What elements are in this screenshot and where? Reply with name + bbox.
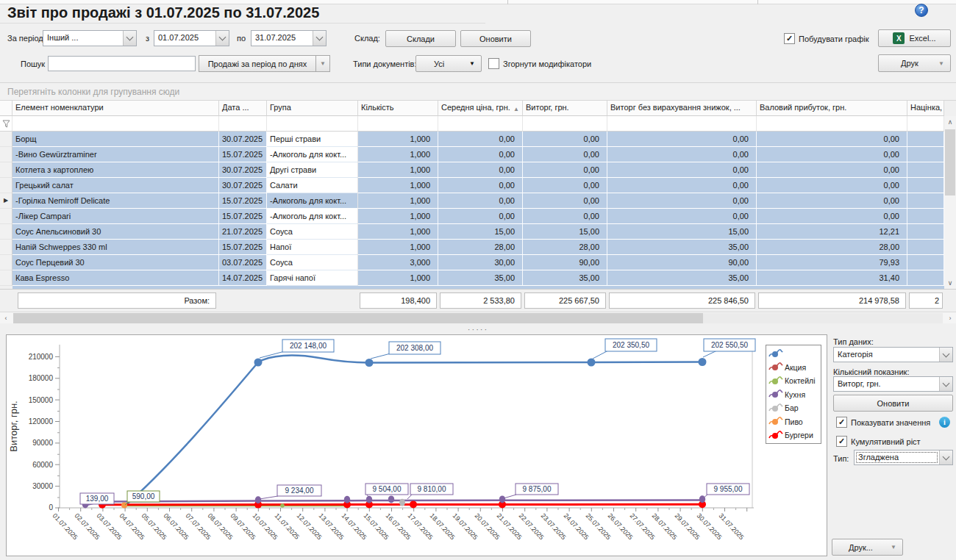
collapse-modifiers-checkbox[interactable]: Згорнути модифікатори — [488, 58, 591, 69]
header-date[interactable]: Дата ... — [219, 101, 267, 116]
table-row[interactable]: Грецький салат 30.07.2025 Салати 1,000 0… — [0, 178, 944, 193]
header-revenue[interactable]: Виторг, грн. — [523, 101, 607, 116]
header-qty[interactable]: Кількість — [358, 101, 438, 116]
filter-cell[interactable] — [358, 116, 438, 132]
scroll-down-icon[interactable]: ∨ — [944, 277, 956, 289]
header-gross-profit[interactable]: Валовий прибуток, грн. — [757, 101, 907, 116]
table-row[interactable]: Кава Espresso 14.07.2025 Гарячі напої 1,… — [0, 270, 944, 286]
table-horizontal-scrollbar[interactable]: ‹ › — [0, 312, 956, 323]
cell-rev-nodisc: 0,00 — [607, 178, 757, 193]
help-icon[interactable]: ? — [915, 4, 928, 17]
line-type-select[interactable]: Згладжена — [854, 450, 953, 465]
chevron-down-icon[interactable] — [313, 31, 326, 46]
data-type-label: Тип даних: — [833, 337, 874, 346]
line-type-label: Тип: — [833, 454, 849, 463]
header-group[interactable]: Група — [267, 101, 358, 116]
cumulative-checkbox[interactable]: ✓ Кумулятивний ріст — [836, 436, 921, 447]
table-header-row: Елемент номенклатури Дата ... Група Кіль… — [0, 101, 944, 116]
y-tick-label: 30000 — [32, 482, 53, 490]
header-label: Виторг без вирахування знижок, ... — [610, 103, 741, 115]
doc-types-label: Типи документів: — [353, 60, 417, 68]
horizontal-scroll-track[interactable] — [703, 313, 943, 323]
cell-rev: 15,00 — [523, 224, 607, 240]
excel-export-button[interactable]: X Excel... — [878, 29, 951, 47]
cell-qty: 3,000 — [358, 255, 438, 270]
checkbox-checked-icon[interactable]: ✓ — [836, 436, 847, 447]
warehouses-button[interactable]: Склади — [385, 30, 456, 47]
info-icon[interactable]: i — [939, 417, 950, 428]
filter-cell[interactable] — [523, 116, 607, 132]
view-mode-button[interactable]: Продажі за період по днях — [199, 55, 316, 72]
cell-avg: 0,00 — [438, 132, 523, 147]
view-mode-dropdown-arrow[interactable]: ▼ — [315, 55, 330, 72]
row-indicator-cell — [0, 209, 13, 224]
scroll-right-icon[interactable]: › — [944, 312, 956, 324]
scroll-up-icon[interactable]: ∧ — [944, 116, 956, 128]
chevron-down-icon[interactable] — [123, 31, 136, 46]
build-chart-checkbox[interactable]: ✓ Побудувати графік — [784, 33, 869, 44]
table-row[interactable]: Соус Перцевий 30 03.07.2025 Соуса 3,000 … — [0, 255, 944, 270]
metric-select[interactable]: Виторг, грн. — [833, 376, 953, 392]
table-row[interactable]: Котлета з картоплею 30.07.2025 Другі стр… — [0, 162, 944, 178]
period-select[interactable]: Інший ... — [43, 30, 137, 46]
data-type-select[interactable]: Категорія — [833, 347, 953, 362]
header-avg-price[interactable]: Середня ціна, грн.▲ — [438, 101, 523, 116]
vertical-scroll-thumb[interactable] — [945, 129, 955, 195]
cell-group: Салати — [267, 178, 358, 193]
table-vertical-scrollbar[interactable]: ∧ ∨ — [944, 116, 956, 289]
chart-refresh-button[interactable]: Оновити — [833, 395, 953, 412]
filter-cell[interactable] — [757, 116, 907, 132]
search-input[interactable] — [48, 56, 196, 71]
legend-item[interactable]: Кухня — [766, 388, 821, 402]
filter-cell[interactable] — [267, 116, 358, 132]
header-revenue-nodiscount[interactable]: Виторг без вирахування знижок, ... — [607, 101, 757, 116]
filter-cell[interactable] — [13, 116, 219, 132]
checkbox-checked-icon[interactable]: ✓ — [836, 417, 847, 428]
cell-profit: 12,21 — [757, 224, 907, 240]
table-row[interactable]: Соус Апельсиновий 30 21.07.2025 Соуса 1,… — [0, 224, 944, 240]
cell-markup — [907, 147, 944, 162]
chevron-down-icon[interactable] — [939, 450, 952, 464]
date-from-select[interactable]: 01.07.2025 — [154, 30, 229, 46]
filter-cell[interactable] — [438, 116, 523, 132]
table-row[interactable]: Борщ 30.07.2025 Перші страви 1,000 0,00 … — [0, 132, 944, 147]
cell-avg: 0,00 — [438, 209, 523, 224]
cell-date: 15.07.2025 — [219, 209, 267, 224]
legend-item[interactable]: Бургери — [766, 428, 821, 442]
legend-item[interactable]: Коктейлі — [766, 374, 821, 388]
doc-types-select[interactable]: Усі ▼ — [415, 55, 482, 72]
filter-cell[interactable] — [219, 116, 267, 132]
checkbox-unchecked-icon[interactable] — [488, 58, 499, 69]
horizontal-scroll-thumb[interactable] — [13, 313, 703, 323]
header-markup[interactable]: Націнка, % — [907, 101, 944, 116]
cell-rev-nodisc: 35,00 — [607, 270, 757, 286]
scroll-left-icon[interactable]: ‹ — [0, 312, 12, 324]
print-button[interactable]: Друк ▼ — [878, 54, 951, 72]
chevron-down-icon[interactable] — [939, 377, 952, 391]
refresh-button[interactable]: Оновити — [460, 30, 531, 47]
cell-group: Напої — [267, 240, 358, 255]
legend-item[interactable]: Бар — [766, 401, 821, 415]
filter-cell[interactable] — [607, 116, 757, 132]
table-row[interactable]: Напій Schweppes 330 ml 15.07.2025 Напої … — [0, 240, 944, 255]
chevron-down-icon[interactable] — [215, 31, 229, 46]
cell-qty: 1,000 — [358, 162, 438, 178]
header-name[interactable]: Елемент номенклатури — [13, 101, 219, 116]
group-by-panel[interactable]: Перетягніть колонки для групування сюди — [0, 82, 956, 101]
date-to-select[interactable]: 31.07.2025 — [251, 30, 327, 46]
chart-print-button[interactable]: Друк... ▼ — [832, 539, 903, 556]
cell-markup — [907, 162, 944, 178]
legend-item[interactable]: Пиво — [766, 415, 821, 429]
legend-item[interactable]: Акция — [766, 361, 821, 375]
cell-profit: 0,00 — [757, 178, 907, 193]
chevron-down-icon[interactable] — [939, 348, 952, 362]
metric-value: Виторг, грн. — [834, 377, 939, 391]
filter-cell[interactable] — [907, 116, 944, 132]
table-row-selected[interactable]: ▶ -Горілка Nemiroff Delicate 15.07.2025 … — [0, 193, 944, 209]
show-values-checkbox[interactable]: ✓ Показувати значення — [836, 417, 930, 428]
checkbox-checked-icon[interactable]: ✓ — [784, 33, 795, 44]
legend-item[interactable] — [766, 347, 821, 361]
table-row[interactable]: -Лікер Campari 15.07.2025 -Алкоголь для … — [0, 209, 944, 224]
panel-splitter[interactable]: ····· — [0, 323, 956, 334]
table-row[interactable]: -Вино Gewürztraminer 15.07.2025 -Алкогол… — [0, 147, 944, 162]
